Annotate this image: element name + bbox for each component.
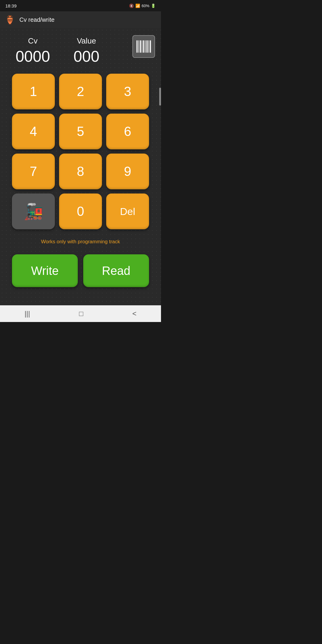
key-3[interactable]: 3 [106, 74, 149, 109]
main-content: Cv Value 0000 000 1 2 3 4 5 [0, 28, 161, 305]
home-nav-icon[interactable]: □ [79, 309, 83, 318]
cv-number: 0000 [6, 47, 60, 65]
keypad: 1 2 3 4 5 6 7 8 9 🚂 0 Del [12, 74, 149, 229]
svg-rect-5 [145, 40, 146, 52]
app-icon: 🏺 [5, 15, 15, 25]
key-2[interactable]: 2 [59, 74, 102, 109]
svg-rect-3 [142, 40, 142, 52]
app-bar: 🏺 Cv read/write [0, 11, 161, 28]
wifi-icon: 📶 [135, 4, 140, 8]
read-button[interactable]: Read [83, 254, 149, 287]
svg-rect-8 [150, 40, 151, 52]
key-8[interactable]: 8 [59, 154, 102, 189]
warning-text: Works only with programming track [41, 239, 120, 245]
barcode-icon [135, 38, 152, 55]
svg-rect-4 [143, 40, 144, 52]
svg-rect-2 [140, 40, 141, 52]
time: 18:39 [5, 3, 17, 8]
barcode-button[interactable] [132, 35, 155, 58]
cv-value-labels: Cv Value [6, 36, 155, 46]
scroll-indicator [159, 88, 161, 106]
svg-rect-0 [137, 40, 138, 52]
key-5[interactable]: 5 [59, 114, 102, 149]
value-label: Value [60, 36, 113, 46]
back-nav-icon[interactable]: < [132, 309, 137, 318]
key-del[interactable]: Del [106, 193, 149, 229]
key-0[interactable]: 0 [59, 193, 102, 229]
action-row: Write Read [12, 254, 149, 287]
app-title: Cv read/write [19, 16, 55, 23]
loco-icon: 🚂 [24, 202, 43, 221]
loco-button[interactable]: 🚂 [12, 193, 55, 229]
battery-icon: 🔋 [151, 4, 156, 8]
mute-icon: 🔇 [129, 4, 134, 8]
value-number: 000 [60, 47, 113, 65]
key-6[interactable]: 6 [106, 114, 149, 149]
bottom-nav: ||| □ < [0, 305, 161, 322]
key-9[interactable]: 9 [106, 154, 149, 189]
cv-label: Cv [6, 36, 60, 46]
svg-rect-6 [146, 40, 148, 52]
key-1[interactable]: 1 [12, 74, 55, 109]
status-bar: 18:39 🔇 📶 60% 🔋 [0, 0, 161, 11]
svg-rect-1 [138, 40, 139, 52]
status-icons: 🔇 📶 60% 🔋 [129, 4, 156, 8]
menu-nav-icon[interactable]: ||| [24, 309, 30, 318]
write-button[interactable]: Write [12, 254, 78, 287]
key-4[interactable]: 4 [12, 114, 55, 149]
svg-rect-7 [148, 40, 149, 52]
battery-text: 60% [142, 4, 149, 8]
key-7[interactable]: 7 [12, 154, 55, 189]
